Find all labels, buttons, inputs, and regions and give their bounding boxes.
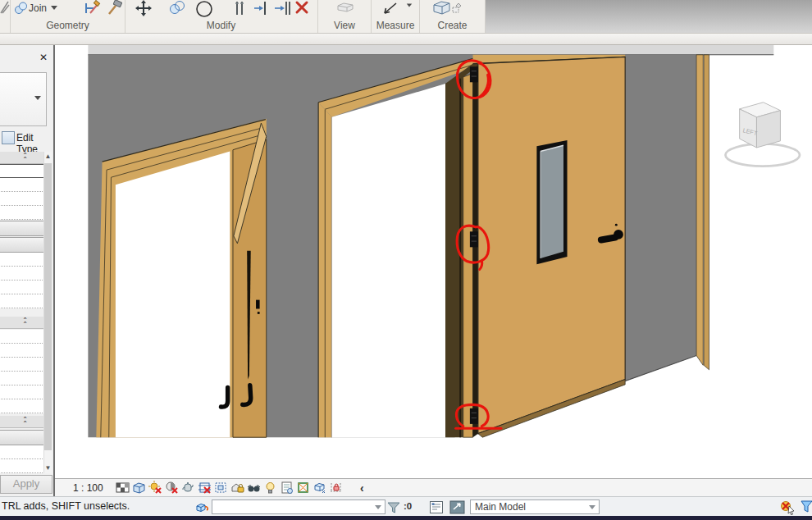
join-button[interactable]: Join — [13, 0, 72, 16]
measure-panel-label[interactable]: Measure — [372, 20, 419, 31]
temporary-view-properties-icon[interactable] — [280, 481, 294, 495]
properties-palette: ✕ Edit Type ⌃⌃ al .. .. n ⌃⌃ ⌃⌃ .. ▲ ▼ A… — [0, 45, 55, 496]
analytical-model-icon[interactable] — [296, 481, 310, 495]
hinge-bottom[interactable] — [470, 408, 478, 424]
design-option-value: Main Model — [475, 501, 526, 513]
rendering-dialog-icon[interactable] — [181, 481, 195, 495]
show-crop-region-icon[interactable] — [214, 481, 228, 495]
property-section-header[interactable]: ⌃⌃ — [0, 416, 46, 428]
offset-icon[interactable] — [253, 0, 269, 16]
property-row[interactable] — [0, 445, 46, 459]
properties-scrollbar[interactable]: ▲ ▼ — [43, 152, 52, 473]
align-icon[interactable] — [234, 0, 247, 16]
join-dropdown-caret[interactable] — [51, 6, 57, 10]
shadows-icon[interactable] — [165, 481, 179, 495]
view-box-icon[interactable] — [336, 2, 354, 13]
reveal-constraints-icon[interactable] — [329, 481, 343, 495]
type-selector-caret[interactable] — [34, 96, 41, 100]
collapse-chevron-icon[interactable]: ⌃⌃ — [22, 318, 28, 326]
temporary-hide-isolate-icon[interactable] — [247, 481, 261, 495]
property-edit-button[interactable]: .. — [0, 430, 44, 445]
trim-icon[interactable] — [273, 0, 291, 16]
worksets-icon[interactable] — [195, 500, 209, 514]
viewcube-front-face[interactable] — [756, 111, 780, 148]
property-row[interactable]: n — [0, 253, 46, 267]
sun-path-icon[interactable] — [148, 481, 162, 495]
visual-style-icon[interactable] — [132, 481, 146, 495]
viewbar-collapse-arrow[interactable]: ‹ — [360, 481, 364, 495]
wall-joins-icon[interactable] — [83, 0, 101, 16]
lock-3d-view-icon[interactable] — [230, 481, 244, 495]
property-row[interactable] — [0, 281, 46, 294]
modify-panel-label[interactable]: Modify — [125, 20, 317, 31]
exclude-options-icon[interactable] — [779, 499, 796, 515]
hinge-top[interactable] — [470, 66, 478, 82]
scroll-down-icon[interactable]: ▼ — [44, 463, 52, 473]
property-row[interactable] — [0, 385, 46, 399]
wall-top-face[interactable] — [88, 45, 773, 55]
property-edit-button[interactable]: .. — [0, 237, 44, 253]
apply-button[interactable]: Apply — [0, 475, 52, 494]
move-icon[interactable] — [135, 0, 152, 16]
reveal-hidden-elements-icon[interactable] — [263, 481, 277, 495]
properties-toggle-icon[interactable] — [429, 500, 444, 514]
right-door-opening[interactable] — [331, 84, 445, 437]
viewcube[interactable]: LEFT — [725, 103, 800, 166]
create-panel-label[interactable]: Create — [420, 20, 485, 31]
rotate-icon[interactable] — [194, 0, 214, 18]
left-door-latch-dot — [258, 312, 260, 314]
highlight-displacement-sets-icon[interactable] — [312, 481, 326, 495]
crop-view-icon[interactable] — [198, 481, 212, 495]
property-row[interactable] — [0, 267, 46, 281]
vision-panel-glass[interactable] — [541, 145, 563, 258]
partial-tool-icon[interactable] — [0, 0, 10, 16]
left-door-opening[interactable] — [116, 152, 230, 438]
3d-view-canvas[interactable]: LEFT — [0, 45, 812, 478]
wall-end-frame-strip[interactable] — [704, 55, 709, 370]
property-row[interactable] — [0, 372, 46, 385]
hinge-stile[interactable] — [463, 73, 473, 437]
left-door-latch — [256, 300, 260, 309]
view-scale[interactable]: 1 : 100 — [73, 482, 116, 494]
vision-panel[interactable] — [536, 140, 567, 264]
selection-filter-icon[interactable] — [801, 500, 812, 513]
property-section-header[interactable]: ⌃⌃ — [0, 317, 46, 329]
create-icon[interactable] — [431, 0, 464, 16]
property-row[interactable] — [0, 294, 46, 308]
scrollbar-thumb[interactable] — [44, 163, 52, 450]
measure-icon[interactable] — [381, 1, 399, 16]
property-section-header[interactable]: ⌃⌃ — [0, 152, 46, 164]
property-row[interactable] — [0, 399, 46, 413]
demolish-hammer-icon[interactable] — [106, 0, 124, 15]
detail-level-icon[interactable] — [116, 481, 130, 495]
close-icon[interactable]: ✕ — [38, 52, 49, 64]
property-row[interactable] — [0, 344, 46, 358]
type-selector[interactable] — [0, 72, 47, 126]
collapse-chevron-icon[interactable]: ⌃⌃ — [22, 153, 28, 162]
revit-window: { "ribbon": { "panels": { "geometry": {"… — [0, 0, 812, 520]
hinge-middle[interactable] — [470, 231, 478, 247]
property-row[interactable] — [0, 358, 46, 372]
property-value-input[interactable] — [0, 164, 46, 178]
design-options-dropdown[interactable]: Main Model — [470, 499, 600, 514]
property-row[interactable] — [0, 192, 46, 206]
collapse-chevron-icon[interactable]: ⌃⌃ — [22, 417, 28, 426]
edit-type-icon[interactable] — [2, 131, 15, 144]
viewcube-compass[interactable] — [725, 144, 800, 166]
property-row[interactable] — [0, 178, 46, 192]
create-panel: Create — [420, 0, 485, 33]
delete-icon[interactable] — [294, 0, 309, 15]
view-panel-label[interactable]: View — [318, 20, 371, 31]
property-row[interactable] — [0, 330, 46, 344]
property-edit-button[interactable]: .. — [0, 221, 44, 236]
press-drag-icon[interactable] — [449, 500, 465, 514]
scroll-up-icon[interactable]: ▲ — [44, 152, 52, 162]
wall-end-frame-strip[interactable] — [696, 55, 703, 366]
property-row[interactable] — [0, 459, 46, 473]
measure-dropdown-caret[interactable] — [407, 4, 412, 7]
geometry-panel-label[interactable]: Geometry — [11, 20, 125, 31]
copy-icon[interactable] — [168, 0, 186, 15]
worksets-dropdown[interactable] — [212, 499, 385, 514]
property-row[interactable]: al — [0, 206, 46, 220]
filter-icon[interactable] — [387, 502, 400, 514]
